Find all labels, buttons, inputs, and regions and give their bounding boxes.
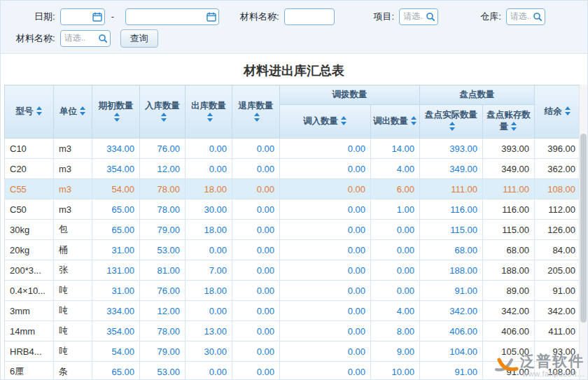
cell-stocktake-actual: 68.00	[420, 240, 483, 260]
col-header-beginning[interactable]: 期初数量	[92, 85, 140, 139]
table-row[interactable]: HRB4...吨54.0079.0030.000.000.009.00104.0…	[5, 342, 581, 362]
cell-outbound: 7.00	[186, 260, 232, 281]
cell-returned: 0.00	[232, 240, 280, 260]
date-separator: -	[111, 11, 114, 22]
cell-unit: 吨	[54, 321, 92, 342]
cell-balance: 108.00	[535, 179, 581, 199]
project-select[interactable]: 请选...	[399, 8, 438, 25]
cell-stocktake-book: 68.00	[483, 240, 535, 260]
search-icon[interactable]	[426, 12, 435, 22]
summary-table: 型号 单位 期初数量 入库数量 出库数量 退库数量 调拨数量 盘点数量 结余 调…	[4, 85, 580, 379]
cell-unit: 桶	[54, 240, 92, 260]
cell-transfer-out: 6.00	[371, 179, 420, 199]
table-row[interactable]: C50m365.0078.0030.000.000.001.00116.0011…	[5, 199, 581, 220]
cell-beginning: 334.00	[92, 139, 140, 159]
calendar-icon[interactable]	[92, 12, 102, 22]
cell-beginning: 31.00	[92, 240, 140, 260]
table-row[interactable]: 0.4×10...吨31.0076.0018.000.000.000.0091.…	[5, 281, 581, 301]
col-header-outbound[interactable]: 出库数量	[186, 85, 232, 139]
col-header-stocktake-actual[interactable]: 盘点实际数量	[420, 104, 483, 138]
col-header-unit[interactable]: 单位	[54, 85, 92, 139]
table-row[interactable]: C20m3354.0012.000.000.000.004.00349.0034…	[5, 159, 581, 179]
col-header-label: 盘点数量	[460, 90, 495, 99]
cell-outbound: 0.00	[186, 240, 232, 260]
warehouse-placeholder: 请选...	[507, 10, 531, 22]
cell-balance: 93.00	[535, 342, 581, 362]
sort-icon[interactable]	[565, 106, 571, 115]
col-header-model[interactable]: 型号	[5, 85, 54, 139]
scrollbar-thumb[interactable]	[580, 134, 587, 323]
table-row[interactable]: 6厘条65.0053.000.000.000.0010.0091.0091.00…	[5, 362, 581, 380]
cell-stocktake-actual: 393.00	[420, 139, 483, 159]
table-row[interactable]: 200*3...张131.0081.007.000.000.000.00188.…	[5, 260, 581, 281]
col-header-label: 出库数量	[191, 101, 226, 111]
sort-icon[interactable]	[449, 122, 456, 131]
cell-inbound: 12.00	[140, 301, 186, 321]
sort-icon[interactable]	[411, 116, 417, 125]
col-header-inbound[interactable]: 入库数量	[140, 85, 186, 139]
cell-stocktake-actual: 349.00	[420, 159, 483, 179]
material-select[interactable]: 请选...	[60, 30, 111, 47]
calendar-icon[interactable]	[206, 12, 216, 22]
cell-transfer-out: 1.00	[371, 199, 420, 220]
filter-bar: 日期: - 材料名称: 项目: 请选... 仓库: 请选...	[1, 1, 587, 54]
material-name-label-2: 材料名称:	[16, 32, 55, 45]
col-header-stocktake-book[interactable]: 盘点账存数量	[483, 104, 535, 138]
cell-returned: 0.00	[232, 179, 280, 199]
cell-transfer-out: 0.00	[371, 220, 420, 240]
cell-stocktake-actual: 104.00	[420, 342, 483, 362]
cell-stocktake-book: 406.00	[483, 321, 535, 342]
cell-outbound: 0.00	[186, 159, 232, 179]
cell-inbound: 53.00	[140, 240, 186, 260]
query-button[interactable]: 查询	[120, 29, 158, 48]
warehouse-select[interactable]: 请选...	[506, 8, 545, 25]
material-name-field[interactable]	[285, 9, 334, 24]
col-header-returned[interactable]: 退库数量	[232, 85, 280, 139]
cell-balance: 112.00	[535, 199, 581, 220]
cell-beginning: 65.00	[92, 220, 140, 240]
search-icon[interactable]	[98, 34, 108, 43]
date-to-input[interactable]	[125, 8, 219, 25]
cell-inbound: 76.00	[140, 139, 186, 159]
table-row[interactable]: 20kg桶31.0053.000.000.000.000.0068.0068.0…	[5, 240, 581, 260]
sort-icon[interactable]	[207, 113, 214, 122]
date-from-input[interactable]	[60, 8, 105, 25]
cell-beginning: 65.00	[92, 362, 140, 380]
cell-transfer-in: 0.00	[280, 139, 371, 159]
table-row[interactable]: 30kg包65.0079.0018.000.000.000.00115.0011…	[5, 220, 581, 240]
cell-returned: 0.00	[232, 139, 280, 159]
cell-returned: 0.00	[232, 362, 280, 380]
col-group-stocktake: 盘点数量	[420, 85, 535, 105]
table-row[interactable]: C55m354.0078.0018.000.000.006.00111.0011…	[5, 179, 581, 199]
cell-returned: 0.00	[232, 301, 280, 321]
cell-unit: 吨	[54, 342, 92, 362]
sort-icon[interactable]	[341, 116, 347, 125]
cell-balance: 126.00	[535, 220, 581, 240]
sort-icon[interactable]	[80, 106, 86, 115]
filter-row-1: 日期: - 材料名称: 项目: 请选... 仓库: 请选...	[8, 6, 580, 27]
cell-stocktake-actual: 188.00	[420, 260, 483, 281]
date-to-field[interactable]	[126, 9, 218, 24]
sort-icon[interactable]	[36, 106, 43, 115]
col-header-balance[interactable]: 结余	[535, 85, 581, 139]
material-name-input[interactable]	[284, 8, 335, 25]
table-row[interactable]: 14mm吨354.0078.0013.000.000.008.00406.004…	[5, 321, 581, 342]
cell-unit: 条	[54, 362, 92, 380]
vertical-scrollbar[interactable]	[579, 85, 587, 379]
cell-beginning: 54.00	[92, 342, 140, 362]
col-header-transfer-out[interactable]: 调出数量	[371, 104, 420, 138]
sort-icon[interactable]	[114, 113, 120, 122]
cell-balance: 411.00	[535, 321, 581, 342]
cell-transfer-out: 0.00	[371, 240, 420, 260]
cell-transfer-in: 0.00	[280, 199, 371, 220]
search-icon[interactable]	[533, 12, 542, 22]
table-header: 型号 单位 期初数量 入库数量 出库数量 退库数量 调拨数量 盘点数量 结余 调…	[5, 85, 581, 139]
table-row[interactable]: C10m3334.0076.000.000.000.0014.00393.003…	[5, 139, 581, 159]
sort-icon[interactable]	[511, 122, 517, 131]
table-row[interactable]: 3mm吨334.0012.000.000.000.004.00342.00342…	[5, 301, 581, 321]
sort-icon[interactable]	[254, 113, 260, 122]
cell-stocktake-actual: 91.00	[420, 281, 483, 301]
sort-icon[interactable]	[161, 113, 167, 122]
col-header-transfer-in[interactable]: 调入数量	[280, 104, 371, 138]
cell-balance: 108.00	[535, 362, 581, 380]
